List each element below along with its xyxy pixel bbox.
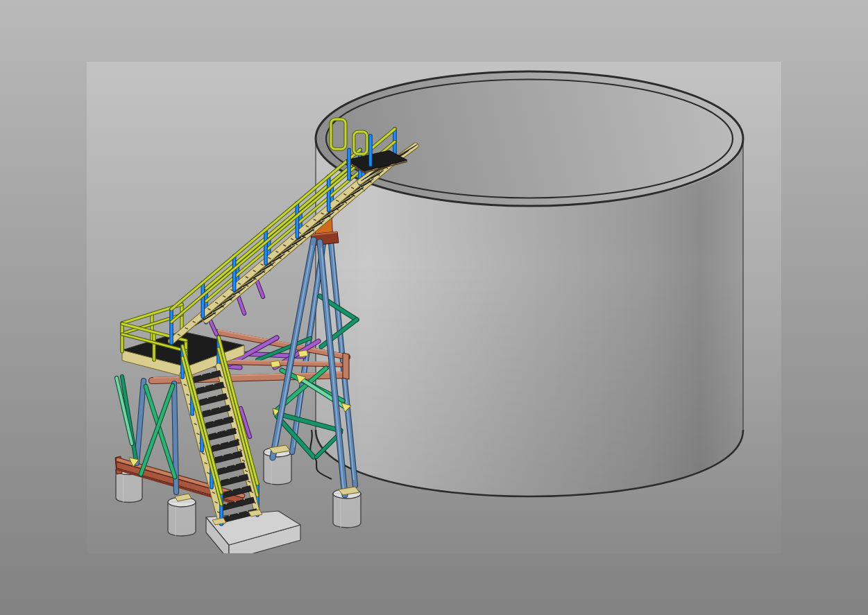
cad-3d-viewport[interactable] (0, 0, 868, 615)
storage-tank[interactable] (316, 71, 743, 496)
model-scene-canvas[interactable] (0, 0, 868, 615)
